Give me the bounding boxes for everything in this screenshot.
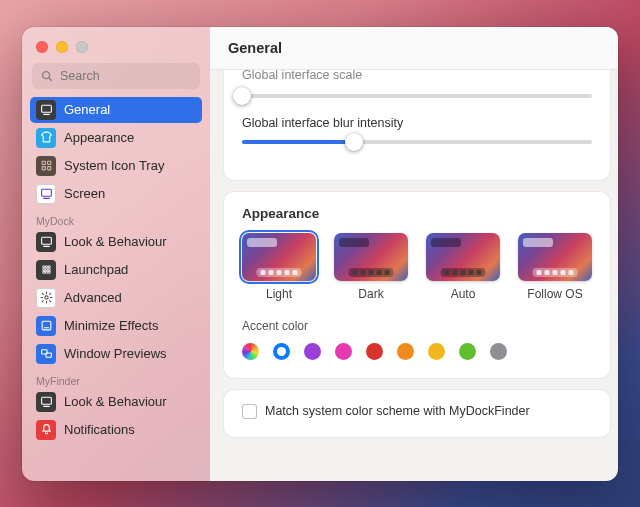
sidebar-item-label: General: [64, 102, 110, 117]
sidebar: GeneralAppearanceSystem Icon TrayScreenM…: [22, 27, 210, 481]
theme-label: Auto: [426, 287, 500, 301]
match-card: Match system color scheme with MyDockFin…: [224, 390, 610, 437]
svg-point-18: [42, 271, 44, 273]
sidebar-item-label: Advanced: [64, 290, 122, 305]
window-controls: [22, 35, 210, 63]
theme-option-light[interactable]: Light: [242, 233, 316, 301]
accent-swatch-8[interactable]: [490, 343, 507, 360]
appearance-card: Appearance LightDarkAutoFollow OS Accent…: [224, 192, 610, 378]
sidebar-section-myfinder: MyFinder: [30, 369, 202, 389]
svg-point-20: [48, 271, 50, 273]
settings-window: GeneralAppearanceSystem Icon TrayScreenM…: [22, 27, 618, 481]
zoom-window-button[interactable]: [76, 41, 88, 53]
page-title: General: [228, 40, 282, 56]
slider-thumb[interactable]: [233, 87, 251, 105]
accent-swatch-6[interactable]: [428, 343, 445, 360]
sidebar-item-label: System Icon Tray: [64, 158, 164, 173]
theme-preview: [426, 233, 500, 281]
screen-icon: [36, 232, 56, 252]
accent-label: Accent color: [242, 319, 592, 333]
match-label: Match system color scheme with MyDockFin…: [265, 404, 530, 418]
svg-rect-5: [47, 161, 50, 164]
match-checkbox[interactable]: [242, 404, 257, 419]
svg-rect-2: [41, 105, 51, 112]
minimize-window-button[interactable]: [56, 41, 68, 53]
screen-icon: [36, 184, 56, 204]
sidebar-item-label: Look & Behaviour: [64, 234, 167, 249]
tshirt-icon: [36, 128, 56, 148]
sidebar-item-screen[interactable]: Screen: [30, 181, 202, 207]
svg-rect-22: [42, 321, 51, 330]
scale-card: Global interface scale Global interface …: [224, 70, 610, 180]
sidebar-item-look-behaviour[interactable]: Look & Behaviour: [30, 229, 202, 255]
svg-point-17: [48, 268, 50, 270]
theme-row: LightDarkAutoFollow OS: [242, 233, 592, 301]
svg-point-19: [45, 271, 47, 273]
sidebar-item-appearance[interactable]: Appearance: [30, 125, 202, 151]
blur-slider[interactable]: [242, 140, 592, 144]
close-window-button[interactable]: [36, 41, 48, 53]
bell-icon: [36, 420, 56, 440]
svg-rect-4: [42, 161, 45, 164]
sidebar-item-label: Launchpad: [64, 262, 128, 277]
grid-icon: [36, 156, 56, 176]
svg-rect-8: [41, 189, 51, 196]
grid2-icon: [36, 260, 56, 280]
minimize-icon: [36, 316, 56, 336]
gear-icon: [36, 288, 56, 308]
accent-swatch-5[interactable]: [397, 343, 414, 360]
svg-rect-10: [41, 237, 51, 244]
page-title-bar: General: [210, 27, 618, 70]
theme-label: Dark: [334, 287, 408, 301]
theme-label: Follow OS: [518, 287, 592, 301]
sidebar-item-label: Minimize Effects: [64, 318, 158, 333]
sidebar-item-label: Look & Behaviour: [64, 394, 167, 409]
accent-swatch-2[interactable]: [304, 343, 321, 360]
previews-icon: [36, 344, 56, 364]
sidebar-item-system-icon-tray[interactable]: System Icon Tray: [30, 153, 202, 179]
accent-swatch-1[interactable]: [273, 343, 290, 360]
svg-rect-7: [47, 167, 50, 170]
svg-point-13: [45, 266, 47, 268]
sidebar-item-window-previews[interactable]: Window Previews: [30, 341, 202, 367]
main-panel: General Global interface scale Global in…: [210, 27, 618, 481]
appearance-title: Appearance: [242, 206, 592, 221]
scale-label: Global interface scale: [242, 70, 592, 82]
sidebar-item-label: Window Previews: [64, 346, 167, 361]
sidebar-item-advanced[interactable]: Advanced: [30, 285, 202, 311]
sidebar-item-label: Appearance: [64, 130, 134, 145]
svg-point-14: [48, 266, 50, 268]
theme-label: Light: [242, 287, 316, 301]
content-scroll[interactable]: Global interface scale Global interface …: [210, 70, 618, 481]
theme-option-follow-os[interactable]: Follow OS: [518, 233, 592, 301]
theme-option-dark[interactable]: Dark: [334, 233, 408, 301]
svg-rect-6: [42, 167, 45, 170]
sidebar-item-label: Screen: [64, 186, 105, 201]
svg-point-12: [42, 266, 44, 268]
slider-thumb[interactable]: [345, 133, 363, 151]
svg-point-15: [42, 268, 44, 270]
screen-icon: [36, 392, 56, 412]
svg-point-16: [45, 268, 47, 270]
svg-point-21: [44, 296, 47, 299]
blur-label: Global interface blur intensity: [242, 116, 592, 130]
scale-slider[interactable]: [242, 94, 592, 98]
sidebar-item-notifications[interactable]: Notifications: [30, 417, 202, 443]
sidebar-section-mydock: MyDock: [30, 209, 202, 229]
search-input[interactable]: [32, 63, 200, 89]
sidebar-item-general[interactable]: General: [30, 97, 202, 123]
sidebar-item-look-behaviour[interactable]: Look & Behaviour: [30, 389, 202, 415]
theme-preview: [518, 233, 592, 281]
sidebar-item-launchpad[interactable]: Launchpad: [30, 257, 202, 283]
svg-rect-26: [41, 397, 51, 404]
accent-swatch-4[interactable]: [366, 343, 383, 360]
theme-preview: [334, 233, 408, 281]
accent-row: [242, 343, 592, 360]
accent-swatch-3[interactable]: [335, 343, 352, 360]
theme-preview: [242, 233, 316, 281]
theme-option-auto[interactable]: Auto: [426, 233, 500, 301]
sidebar-item-minimize-effects[interactable]: Minimize Effects: [30, 313, 202, 339]
sidebar-nav: GeneralAppearanceSystem Icon TrayScreenM…: [22, 97, 210, 481]
accent-swatch-7[interactable]: [459, 343, 476, 360]
accent-swatch-0[interactable]: [242, 343, 259, 360]
